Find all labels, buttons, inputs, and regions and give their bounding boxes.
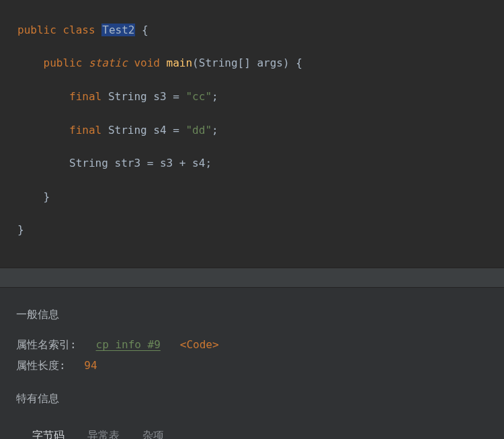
kw-class: class [62, 24, 95, 36]
method-main: main [167, 56, 193, 69]
tab-misc[interactable]: 杂项 [141, 425, 165, 439]
class-name: Test2 [101, 24, 135, 36]
attr-length-label: 属性长度: [16, 359, 66, 372]
cp-info-link[interactable]: cp_info #9 [96, 338, 161, 351]
tab-exception-table[interactable]: 异常表 [86, 425, 121, 439]
attr-index-label: 属性名索引: [16, 338, 77, 351]
section-general: 一般信息 [16, 308, 488, 322]
bytecode-tabs: 字节码 异常表 杂项 [16, 425, 488, 439]
tab-bytecode[interactable]: 字节码 [31, 425, 66, 439]
kw-public: public [17, 24, 56, 36]
separator-bar [0, 268, 504, 288]
code-editor[interactable]: public class Test2 { public static void … [0, 0, 504, 268]
attr-length-value: 94 [84, 359, 97, 372]
code-tag: <Code> [180, 338, 219, 351]
section-specific: 特有信息 [16, 392, 488, 406]
info-panel: 一般信息 属性名索引: cp_info #9 <Code> 属性长度: 94 特… [0, 288, 504, 439]
